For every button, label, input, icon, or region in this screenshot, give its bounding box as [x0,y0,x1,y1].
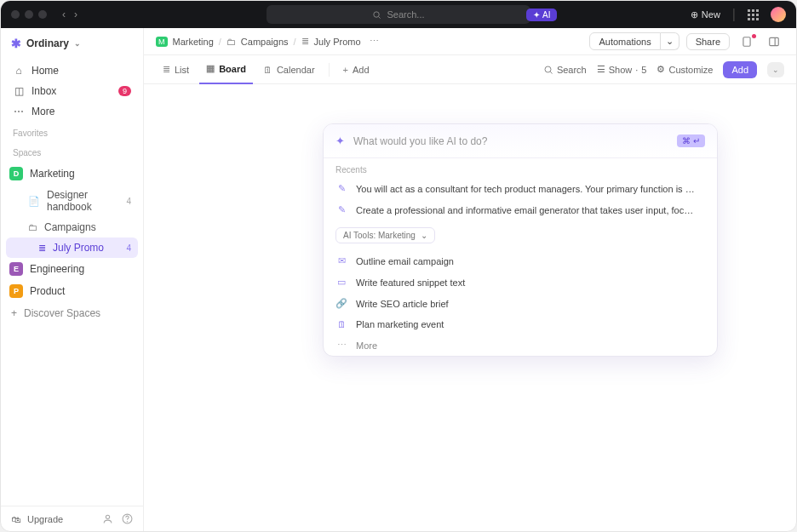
panel-icon[interactable] [764,33,784,50]
more-icon: ⋯ [13,106,25,117]
recent-item-2[interactable]: ✎ Create a professional and informative … [324,199,717,220]
apps-grid-icon[interactable] [748,9,759,20]
add-button[interactable]: Add [723,61,757,78]
plus-icon: + [343,65,348,75]
nav-back-icon[interactable]: ‹ [62,9,66,20]
content: M Marketing / 🗀 Campaigns / ≣ July Promo… [144,28,796,531]
chevron-down-icon: ⌄ [421,231,427,240]
view-board[interactable]: ▦ Board [199,55,253,84]
crumb-folder[interactable]: Campaigns [241,37,289,47]
share-button[interactable]: Share [686,33,730,50]
upgrade-link[interactable]: Upgrade [27,514,63,524]
space-badge: P [9,284,23,298]
space-product[interactable]: P Product [1,280,143,302]
folder-icon: 🗀 [28,222,37,232]
favorites-label: Favorites [1,123,143,143]
card-icon: ▭ [335,277,347,288]
plus-icon: + [11,307,17,319]
wand-icon: ✎ [335,183,347,194]
folder-icon: 🗀 [226,37,236,47]
avatar[interactable] [771,7,786,22]
space-badge: E [9,262,23,276]
space-marketing[interactable]: D Marketing [1,163,143,185]
spaces-label: Spaces [1,143,143,163]
ai-panel: ✦ What would you like AI to do? ⌘ ↵ Rece… [323,123,718,357]
svg-rect-6 [770,37,779,45]
view-add[interactable]: + Add [336,55,376,84]
customize-link[interactable]: ⚙ Customize [657,64,713,75]
logo-icon: ✱ [11,37,21,50]
discover-spaces[interactable]: + Discover Spaces [1,302,143,324]
notifications-icon[interactable] [737,33,757,50]
space-badge: D [9,167,23,180]
view-list[interactable]: ≣ List [156,55,196,84]
window-controls[interactable] [11,10,47,19]
more-icon: ⋯ [335,340,347,351]
search-icon [372,10,381,20]
inbox-badge: 9 [118,86,131,96]
sidebar-item-july-promo[interactable]: ≣ July Promo 4 [6,237,138,258]
svg-line-9 [550,72,552,73]
list-icon: ≣ [38,243,46,254]
list-icon: ≣ [301,36,309,47]
chevron-down-icon: ⌄ [74,39,81,48]
ai-tool-plan-event[interactable]: 🗓 Plan marketing event [324,314,717,335]
nav-home[interactable]: ⌂ Home [8,60,136,81]
ai-tools-filter[interactable]: AI Tools: Marketing ⌄ [335,227,435,243]
ai-tool-seo-brief[interactable]: 🔗 Write SEO article brief [324,293,717,314]
svg-point-2 [106,515,109,518]
add-dropdown[interactable]: ⌄ [767,62,784,77]
calendar-icon: 🗓 [335,319,347,329]
recents-label: Recents [324,157,717,178]
sidebar: ✱ Ordinary ⌄ ⌂ Home ◫ Inbox 9 ⋯ More [1,28,144,531]
svg-point-4 [127,521,128,522]
doc-icon: 📄 [28,196,40,207]
svg-point-0 [374,11,379,16]
show-link[interactable]: ☰ Show · 5 [597,64,647,75]
ai-chip[interactable]: ✦ AI [526,9,557,21]
ai-prompt-input[interactable]: What would you like AI to do? [353,135,668,147]
new-button[interactable]: ⊕ New [691,9,720,20]
list-icon: ≣ [163,64,170,75]
more-icon[interactable]: ⋯ [370,36,379,47]
mail-icon: ✉ [335,255,347,266]
space-engineering[interactable]: E Engineering [1,258,143,280]
automations-dropdown[interactable]: ⌄ [661,32,679,50]
link-icon: 🔗 [335,298,347,309]
crumb-space[interactable]: Marketing [173,37,214,47]
home-icon: ⌂ [13,65,25,77]
nav-more[interactable]: ⋯ More [8,101,136,122]
ai-more[interactable]: ⋯ More [324,335,717,356]
view-bar: ≣ List ▦ Board 🗓 Calendar + Add [144,55,796,84]
chevron-down-icon: ⌄ [666,36,674,47]
nav-forward-icon[interactable]: › [74,9,77,20]
sidebar-item-campaigns[interactable]: 🗀 Campaigns [6,217,138,237]
crumb-list[interactable]: July Promo [314,37,361,47]
person-icon[interactable] [102,513,113,524]
gear-icon: ⚙ [657,64,665,75]
sparkle-icon: ✦ [533,10,540,20]
search-link[interactable]: Search [543,65,587,75]
recent-item-1[interactable]: ✎ You will act as a consultant for tech … [324,178,717,199]
sparkle-icon: ✦ [335,134,345,147]
titlebar: ‹ › Search... ✦ AI ⊕ New | [1,1,796,28]
svg-point-8 [545,66,551,72]
view-calendar[interactable]: 🗓 Calendar [256,55,322,84]
global-search[interactable]: Search... [267,5,530,24]
ai-tool-outline-email[interactable]: ✉ Outline email campaign [324,250,717,272]
columns-icon: ☰ [597,64,605,75]
board-icon: ▦ [206,63,215,74]
shortcut-hint: ⌘ ↵ [677,134,705,147]
breadcrumb-bar: M Marketing / 🗀 Campaigns / ≣ July Promo… [144,28,796,55]
upgrade-icon: 🛍 [11,514,20,524]
space-chip[interactable]: M [156,37,168,47]
help-icon[interactable] [122,513,133,524]
automations-button[interactable]: Automations [589,32,660,50]
workspace-switcher[interactable]: ✱ Ordinary ⌄ [1,28,143,59]
svg-line-1 [379,16,381,18]
sidebar-item-designer-handbook[interactable]: 📄 Designer handbook 4 [6,185,138,217]
search-placeholder: Search... [387,9,424,20]
ai-tool-snippet[interactable]: ▭ Write featured snippet text [324,272,717,293]
nav-inbox[interactable]: ◫ Inbox 9 [8,81,136,101]
svg-rect-5 [743,37,750,46]
